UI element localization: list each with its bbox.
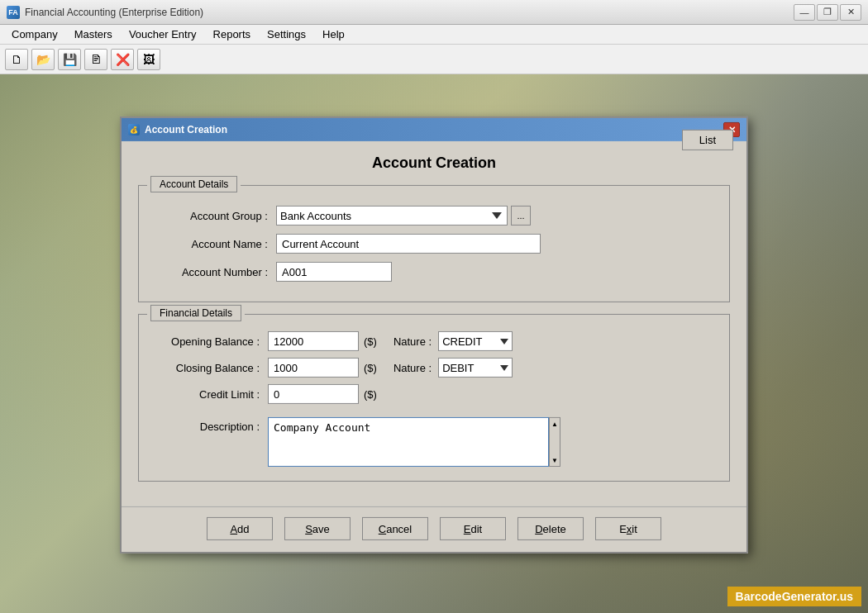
opening-currency-symbol: ($) <box>364 335 377 347</box>
minimize-button[interactable]: — <box>794 4 815 21</box>
financial-right: Nature : CREDIT DEBIT Nature : DEBIT C <box>393 331 513 384</box>
toolbar-delete-btn[interactable]: ❌ <box>111 49 134 70</box>
account-group-browse-btn[interactable]: ... <box>511 206 531 226</box>
exit-button[interactable]: Exit <box>595 517 661 540</box>
account-creation-dialog: 💰 Account Creation ✕ Account Creation Li… <box>120 116 748 554</box>
closing-nature-row: Nature : DEBIT CREDIT <box>393 358 513 378</box>
button-bar: Add Save Cancel Edit Delete Exit <box>122 506 746 552</box>
app-title: Financial Accounting (Enterprise Edition… <box>25 7 794 18</box>
opening-nature-row: Nature : CREDIT DEBIT <box>393 331 513 351</box>
dialog-content: Account Creation List Account Details Ac… <box>122 141 746 506</box>
credit-currency-symbol: ($) <box>364 387 377 400</box>
account-name-row: Account Name : <box>152 234 716 254</box>
opening-balance-label: Opening Balance : <box>152 335 268 347</box>
cancel-button[interactable]: Cancel <box>362 517 428 540</box>
close-button[interactable]: ✕ <box>840 4 861 21</box>
add-button[interactable]: Add <box>207 517 273 540</box>
credit-limit-label: Credit Limit : <box>152 387 268 400</box>
description-scrollbar: ▲ ▼ <box>549 417 560 467</box>
menu-company[interactable]: Company <box>3 26 66 44</box>
opening-balance-row: Opening Balance : ($) <box>152 331 377 351</box>
watermark: BarcodeGenerator.us <box>727 587 861 606</box>
account-name-input[interactable] <box>276 234 541 254</box>
toolbar-image-btn[interactable]: 🖼 <box>137 49 160 70</box>
save-button[interactable]: Save <box>284 517 351 540</box>
menu-help[interactable]: Help <box>314 26 353 44</box>
dialog-title: Account Creation <box>145 124 723 135</box>
closing-currency-symbol: ($) <box>364 361 377 373</box>
closing-balance-input[interactable] <box>268 358 359 378</box>
dialog-title-bar: 💰 Account Creation ✕ <box>122 118 746 141</box>
title-controls: — ❐ ✕ <box>794 4 861 21</box>
title-bar: FA Financial Accounting (Enterprise Edit… <box>0 0 868 25</box>
description-container: Company Account ▲ ▼ <box>268 417 549 469</box>
financial-details-label-container: Financial Details <box>147 305 245 321</box>
app-icon: FA <box>7 6 20 19</box>
dialog-icon: 💰 <box>128 124 140 135</box>
account-group-row: Account Group : Bank Accounts ... <box>152 206 716 226</box>
main-area: 💰 Account Creation ✕ Account Creation Li… <box>0 74 868 613</box>
account-group-container: Bank Accounts ... <box>276 206 531 226</box>
account-name-label: Account Name : <box>152 237 276 249</box>
menu-settings[interactable]: Settings <box>259 26 314 44</box>
toolbar-print-btn[interactable]: 🖹 <box>84 49 107 70</box>
opening-balance-input[interactable] <box>268 331 359 351</box>
edit-button[interactable]: Edit <box>440 517 506 540</box>
dialog-main-title: Account Creation <box>138 154 730 172</box>
account-group-dropdown[interactable]: Bank Accounts <box>276 206 508 226</box>
closing-nature-label: Nature : <box>393 361 432 373</box>
account-details-button[interactable]: Account Details <box>150 176 237 192</box>
opening-nature-select[interactable]: CREDIT DEBIT <box>438 331 513 351</box>
financial-left: Opening Balance : ($) Closing Balance : … <box>152 331 377 411</box>
toolbar-new-btn[interactable]: 🗋 <box>5 49 28 70</box>
menu-reports[interactable]: Reports <box>205 26 260 44</box>
menu-masters[interactable]: Masters <box>66 26 121 44</box>
restore-button[interactable]: ❐ <box>817 4 838 21</box>
toolbar-save-btn[interactable]: 💾 <box>58 49 81 70</box>
delete-button[interactable]: Delete <box>517 517 584 540</box>
toolbar-open-btn[interactable]: 📂 <box>31 49 55 70</box>
account-number-input[interactable] <box>276 262 392 282</box>
description-row: Description : Company Account ▲ ▼ <box>152 417 716 469</box>
account-number-label: Account Number : <box>152 265 276 278</box>
scroll-up-btn[interactable]: ▲ <box>550 418 560 430</box>
credit-limit-input[interactable] <box>268 384 359 404</box>
toolbar: 🗋 📂 💾 🖹 ❌ 🖼 <box>0 45 868 74</box>
credit-limit-row: Credit Limit : ($) <box>152 384 377 404</box>
menu-voucher-entry[interactable]: Voucher Entry <box>121 26 205 44</box>
opening-nature-label: Nature : <box>393 335 432 347</box>
financial-details-button[interactable]: Financial Details <box>150 305 241 321</box>
closing-nature-select[interactable]: DEBIT CREDIT <box>438 358 513 378</box>
financial-details-section: Financial Details Opening Balance : ($) <box>138 314 730 482</box>
account-group-label: Account Group : <box>152 209 276 221</box>
menu-bar: Company Masters Voucher Entry Reports Se… <box>0 25 868 45</box>
description-textarea[interactable]: Company Account <box>268 417 549 467</box>
closing-balance-label: Closing Balance : <box>152 361 268 373</box>
description-label: Description : <box>152 417 268 433</box>
list-button[interactable]: List <box>682 130 733 150</box>
account-number-row: Account Number : <box>152 262 716 282</box>
scroll-down-btn[interactable]: ▼ <box>550 454 560 466</box>
account-details-section: Account Details Account Group : Bank Acc… <box>138 185 730 302</box>
account-details-label-container: Account Details <box>147 176 241 192</box>
closing-balance-row: Closing Balance : ($) <box>152 358 377 378</box>
